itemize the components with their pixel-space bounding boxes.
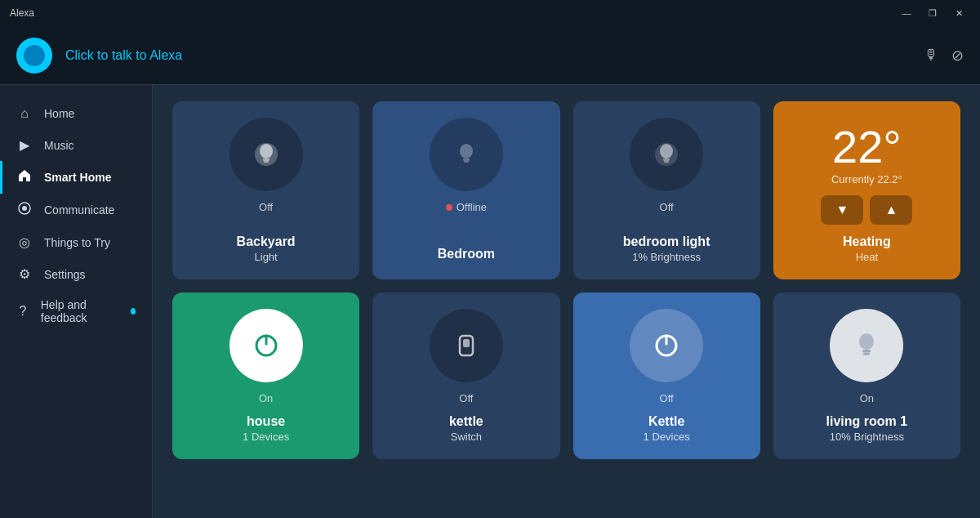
kettle-name: kettle (449, 414, 483, 429)
app-body: ⌂ Home ▶ Music Smart Home Communicate (0, 85, 980, 518)
bedroom-light-name: bedroom light (623, 234, 710, 249)
bedroom-light-icon-circle (630, 118, 703, 191)
bulb-dim-icon (648, 136, 684, 172)
svg-rect-4 (263, 159, 270, 161)
backyard-type: Light (255, 251, 278, 263)
device-card-bedroom-light[interactable]: Off bedroom light 1% Brightness (573, 101, 760, 279)
house-status: On (259, 392, 273, 404)
backyard-status: Off (259, 201, 273, 213)
cta-text[interactable]: Click to talk to Alexa (65, 48, 911, 63)
svg-rect-12 (664, 161, 669, 163)
house-icon-circle (229, 309, 303, 382)
temp-decrease-button[interactable]: ▼ (821, 195, 863, 225)
alexa-logo[interactable] (16, 38, 52, 74)
svg-rect-7 (463, 159, 470, 161)
header: Click to talk to Alexa 🎙 ⊘ (0, 26, 980, 85)
sidebar-label-settings: Settings (44, 268, 86, 281)
svg-rect-16 (463, 339, 470, 347)
sidebar-label-communicate: Communicate (44, 203, 114, 217)
bedroom-light-type: 1% Brightness (632, 251, 701, 263)
gear-icon: ⚙ (16, 266, 33, 282)
backyard-icon-circle (229, 118, 303, 191)
bedroom-name: Bedroom (438, 247, 495, 261)
living-room-type: 10% Brightness (830, 431, 904, 443)
maximize-button[interactable]: ❐ (921, 5, 944, 21)
living-room-status: On (860, 392, 874, 404)
house-type: 1 Devices (243, 431, 289, 443)
sidebar: ⌂ Home ▶ Music Smart Home Communicate (0, 85, 153, 518)
home-icon: ⌂ (16, 106, 33, 121)
svg-rect-8 (464, 161, 469, 163)
sidebar-item-things-to-try[interactable]: ◎ Things to Try (0, 226, 152, 258)
kettle2-icon-circle (630, 309, 703, 382)
smart-home-icon (16, 169, 33, 185)
alexa-logo-inner (21, 42, 47, 69)
titlebar-left: Alexa (10, 7, 34, 19)
bedroom-status: Offline (446, 201, 487, 213)
svg-point-10 (660, 144, 673, 159)
music-icon: ▶ (16, 137, 33, 153)
bulb-bright-icon (849, 328, 884, 364)
device-card-kettle2[interactable]: Off Kettle 1 Devices (573, 292, 760, 459)
device-card-heating[interactable]: 22° Currently 22.2° ▼ ▲ Heating Heat (773, 101, 960, 279)
sidebar-label-help: Help and feedback (41, 298, 116, 324)
svg-point-19 (859, 333, 874, 350)
help-dot (131, 308, 136, 315)
power-blue-icon (648, 328, 684, 364)
living-room-icon-circle (830, 309, 903, 382)
heating-temp: 22° (832, 124, 902, 170)
sidebar-item-settings[interactable]: ⚙ Settings (0, 258, 152, 290)
kettle-status: Off (459, 392, 473, 404)
svg-rect-11 (663, 159, 670, 161)
bedroom-light-status: Off (660, 201, 674, 213)
house-name: house (247, 414, 285, 429)
svg-point-6 (460, 144, 473, 159)
bulb-icon (248, 136, 284, 172)
header-icons: 🎙 ⊘ (924, 47, 964, 65)
sidebar-item-home[interactable]: ⌂ Home (0, 98, 152, 129)
close-button[interactable]: ✕ (947, 5, 970, 21)
kettle-icon-circle (430, 309, 503, 382)
heating-controls: ▼ ▲ (821, 195, 912, 225)
switch-icon (448, 328, 484, 364)
sidebar-item-music[interactable]: ▶ Music (0, 129, 152, 161)
minimize-button[interactable]: — (895, 5, 918, 21)
sidebar-item-help[interactable]: ? Help and feedback (0, 290, 152, 333)
device-card-house[interactable]: On house 1 Devices (172, 292, 359, 459)
heating-current: Currently 22.2° (831, 173, 902, 185)
titlebar: Alexa — ❐ ✕ (0, 0, 980, 26)
svg-rect-21 (863, 353, 870, 355)
svg-point-1 (22, 206, 27, 211)
mic-icon[interactable]: 🎙 (924, 47, 938, 64)
device-card-kettle[interactable]: Off kettle Switch (372, 292, 559, 459)
temp-increase-button[interactable]: ▲ (870, 195, 912, 225)
power-on-icon (248, 328, 284, 364)
heating-name: Heating (843, 234, 891, 249)
help-icon: ? (16, 304, 29, 319)
device-card-living-room[interactable]: On living room 1 10% Brightness (773, 292, 960, 459)
kettle2-status: Off (660, 392, 674, 404)
living-room-name: living room 1 (826, 414, 908, 429)
offline-dot (446, 204, 452, 211)
sidebar-label-smart-home: Smart Home (44, 171, 111, 184)
heating-type: Heat (856, 251, 878, 263)
svg-rect-5 (264, 161, 269, 163)
sidebar-label-things: Things to Try (44, 236, 110, 249)
svg-rect-20 (862, 350, 871, 353)
settings-icon[interactable]: ⊘ (951, 47, 964, 65)
things-icon: ◎ (16, 234, 33, 250)
sidebar-item-smart-home[interactable]: Smart Home (0, 161, 152, 194)
window-controls: — ❐ ✕ (895, 5, 970, 21)
backyard-name: Backyard (237, 234, 296, 249)
bedroom-icon-circle (430, 118, 503, 191)
device-card-bedroom[interactable]: Offline Bedroom (372, 101, 559, 279)
device-card-backyard[interactable]: Off Backyard Light (172, 101, 359, 279)
kettle2-type: 1 Devices (644, 431, 690, 443)
app-title: Alexa (10, 7, 34, 19)
kettle2-name: Kettle (648, 414, 684, 429)
sidebar-label-home: Home (44, 107, 74, 120)
svg-point-3 (260, 144, 273, 159)
sidebar-item-communicate[interactable]: Communicate (0, 194, 152, 226)
bulb-offline-icon (448, 136, 484, 172)
communicate-icon (16, 202, 33, 218)
